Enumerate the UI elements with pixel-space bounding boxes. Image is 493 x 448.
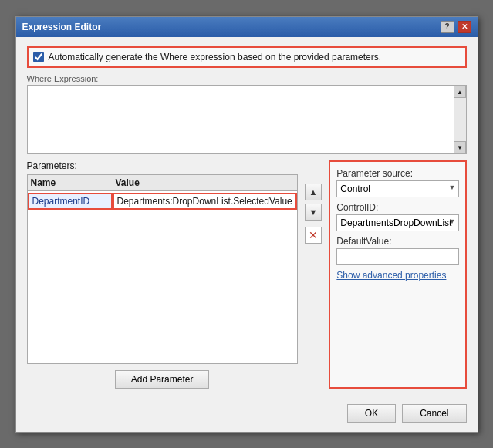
control-id-label: ControlID: (336, 202, 458, 213)
param-source-wrapper: Control Session QueryString Cookie Form (336, 180, 458, 197)
cell-value[interactable]: Departments:DropDownList.SelectedValue (113, 193, 297, 210)
move-down-button[interactable]: ▼ (305, 204, 322, 221)
dialog-footer: OK Cancel (16, 398, 478, 432)
parameters-table: Name Value DepartmentID Departments:Drop… (27, 174, 298, 363)
control-id-wrapper: DepartmentsDropDownList (336, 214, 458, 231)
table-header: Name Value (28, 175, 297, 191)
auto-generate-row: Automatically generate the Where express… (27, 46, 467, 69)
arrows-panel: ▲ ▼ ✕ (304, 160, 323, 388)
close-button[interactable]: ✕ (458, 21, 471, 33)
default-value-label: DefaultValue: (336, 236, 458, 247)
default-value-group: DefaultValue: (336, 236, 458, 265)
ok-button[interactable]: OK (347, 404, 396, 423)
help-button[interactable]: ? (441, 21, 454, 33)
param-source-label: Parameter source: (336, 168, 458, 179)
where-expression-box: ▲ ▼ (27, 85, 467, 154)
scroll-down-btn[interactable]: ▼ (454, 141, 466, 153)
default-value-input[interactable] (336, 248, 458, 265)
param-source-group: Parameter source: Control Session QueryS… (336, 168, 458, 197)
col-header-name: Name (31, 177, 116, 188)
scrollbar: ▲ ▼ (454, 86, 466, 153)
auto-generate-label: Automatically generate the Where express… (49, 51, 382, 64)
param-source-select[interactable]: Control Session QueryString Cookie Form (336, 180, 458, 197)
delete-button[interactable]: ✕ (305, 227, 322, 244)
title-bar: Expression Editor ? ✕ (16, 17, 478, 37)
dialog-title: Expression Editor (22, 22, 102, 32)
left-panel: Parameters: Name Value DepartmentID Depa… (27, 160, 298, 388)
main-content: Parameters: Name Value DepartmentID Depa… (27, 160, 467, 388)
auto-generate-checkbox[interactable] (33, 52, 44, 62)
table-row[interactable]: DepartmentID Departments:DropDownList.Se… (28, 191, 297, 211)
col-header-value: Value (116, 177, 294, 188)
where-expression-label: Where Expression: (27, 74, 467, 83)
move-up-button[interactable]: ▲ (305, 184, 322, 200)
control-id-group: ControlID: DepartmentsDropDownList (336, 202, 458, 231)
cell-name[interactable]: DepartmentID (28, 193, 113, 210)
dialog-body: Automatically generate the Where express… (16, 37, 478, 398)
show-advanced-link[interactable]: Show advanced properties (336, 270, 458, 281)
cancel-button[interactable]: Cancel (402, 404, 466, 423)
title-bar-buttons: ? ✕ (441, 21, 471, 33)
where-expression-section: Where Expression: ▲ ▼ (27, 74, 467, 154)
expression-editor-dialog: Expression Editor ? ✕ Automatically gene… (15, 16, 478, 433)
scroll-up-btn[interactable]: ▲ (454, 86, 466, 98)
right-panel: Parameter source: Control Session QueryS… (329, 160, 466, 388)
parameters-label: Parameters: (27, 160, 298, 171)
where-expression-textarea[interactable] (28, 86, 454, 153)
add-parameter-button[interactable]: Add Parameter (115, 370, 210, 389)
control-id-select[interactable]: DepartmentsDropDownList (336, 214, 458, 231)
